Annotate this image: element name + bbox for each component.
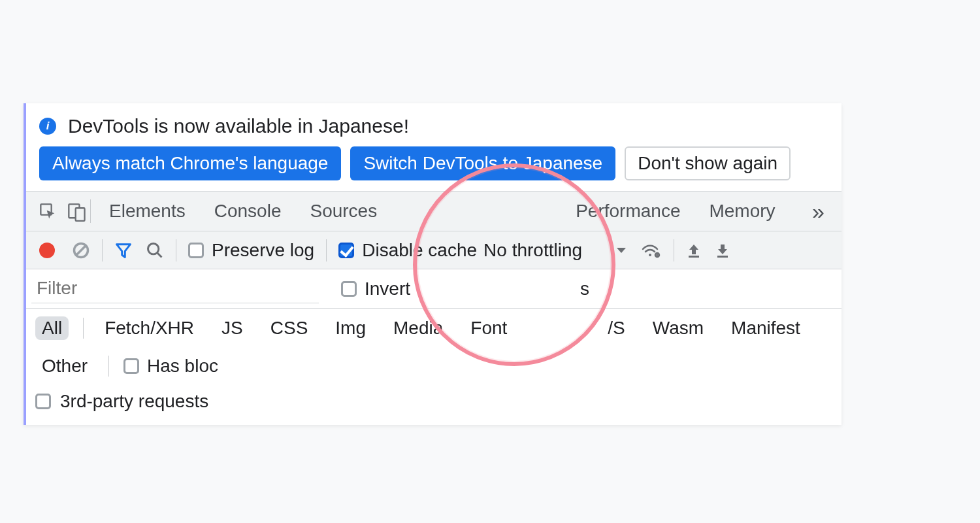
dropdown-caret-icon bbox=[616, 246, 627, 254]
preserve-log-toggle[interactable]: Preserve log bbox=[188, 240, 314, 261]
type-ws-partial[interactable]: /S bbox=[601, 316, 631, 340]
type-js[interactable]: JS bbox=[215, 316, 250, 340]
has-blocked-checkbox[interactable] bbox=[123, 358, 139, 374]
type-manifest[interactable]: Manifest bbox=[725, 316, 807, 340]
svg-point-7 bbox=[649, 254, 651, 256]
tab-memory[interactable]: Memory bbox=[694, 193, 789, 229]
tab-console[interactable]: Console bbox=[200, 193, 296, 229]
type-fetch-xhr[interactable]: Fetch/XHR bbox=[98, 316, 201, 340]
export-har-icon[interactable] bbox=[715, 242, 730, 259]
svg-line-6 bbox=[157, 252, 162, 257]
svg-rect-2 bbox=[76, 208, 85, 221]
separator bbox=[102, 239, 103, 262]
preserve-log-checkbox[interactable] bbox=[188, 243, 204, 258]
search-icon[interactable] bbox=[146, 241, 164, 260]
import-har-icon[interactable] bbox=[686, 242, 702, 259]
type-css[interactable]: CSS bbox=[264, 316, 315, 340]
separator bbox=[176, 239, 176, 262]
third-party-row: 3rd-party requests bbox=[26, 386, 841, 425]
has-blocked-toggle[interactable]: Has bloc bbox=[123, 356, 218, 377]
svg-rect-9 bbox=[689, 256, 699, 258]
disable-cache-label: Disable cache bbox=[362, 240, 477, 261]
device-toggle-icon[interactable] bbox=[68, 202, 84, 220]
throttling-select[interactable]: No throttling bbox=[483, 240, 627, 261]
info-buttons: Always match Chrome's language Switch De… bbox=[26, 146, 841, 191]
match-language-button[interactable]: Always match Chrome's language bbox=[39, 146, 341, 180]
type-img[interactable]: Img bbox=[329, 316, 372, 340]
devtools-window: i DevTools is now available in Japanese!… bbox=[24, 103, 841, 425]
info-icon: i bbox=[39, 118, 56, 135]
hide-data-urls-partial[interactable]: s bbox=[580, 278, 589, 299]
filter-toggle-icon[interactable] bbox=[114, 241, 133, 260]
type-all[interactable]: All bbox=[35, 316, 69, 340]
type-filters: All Fetch/XHR JS CSS Img Media Font /S W… bbox=[26, 309, 841, 386]
tab-bar: Elements Console Sources Performance Mem… bbox=[26, 191, 841, 231]
disable-cache-checkbox[interactable] bbox=[338, 243, 354, 258]
separator bbox=[326, 239, 327, 262]
type-font[interactable]: Font bbox=[464, 316, 514, 340]
tab-elements[interactable]: Elements bbox=[95, 193, 200, 229]
type-other[interactable]: Other bbox=[35, 354, 94, 378]
type-media[interactable]: Media bbox=[387, 316, 449, 340]
has-blocked-label: Has bloc bbox=[147, 356, 218, 377]
tab-sources[interactable]: Sources bbox=[295, 193, 391, 229]
preserve-log-label: Preserve log bbox=[212, 240, 314, 261]
separator bbox=[90, 199, 91, 223]
switch-language-button[interactable]: Switch DevTools to Japanese bbox=[350, 146, 615, 180]
invert-checkbox[interactable] bbox=[341, 281, 357, 297]
dismiss-button[interactable]: Don't show again bbox=[625, 146, 791, 180]
svg-rect-10 bbox=[717, 256, 728, 258]
filter-row: Invert s bbox=[26, 269, 841, 309]
info-message: DevTools is now available in Japanese! bbox=[68, 115, 409, 137]
separator bbox=[108, 356, 109, 377]
network-toolbar: Preserve log Disable cache No throttling bbox=[26, 231, 841, 269]
separator bbox=[674, 239, 674, 262]
throttling-value: No throttling bbox=[483, 240, 582, 261]
network-conditions-icon[interactable] bbox=[641, 241, 662, 260]
invert-toggle[interactable]: Invert bbox=[341, 278, 410, 299]
type-wasm[interactable]: Wasm bbox=[646, 316, 710, 340]
clear-icon[interactable] bbox=[72, 241, 90, 260]
info-bar: i DevTools is now available in Japanese! bbox=[26, 103, 841, 146]
disable-cache-toggle[interactable]: Disable cache bbox=[338, 240, 477, 261]
third-party-checkbox[interactable] bbox=[35, 394, 51, 409]
third-party-label: 3rd-party requests bbox=[60, 391, 208, 412]
separator bbox=[83, 318, 84, 339]
record-button[interactable] bbox=[39, 243, 55, 258]
invert-label: Invert bbox=[365, 278, 410, 299]
svg-line-4 bbox=[76, 246, 86, 255]
tab-performance[interactable]: Performance bbox=[561, 193, 694, 229]
svg-point-5 bbox=[148, 243, 159, 254]
more-tabs-icon[interactable]: » bbox=[808, 199, 828, 224]
filter-input[interactable] bbox=[31, 275, 319, 303]
inspect-element-icon[interactable] bbox=[39, 203, 56, 220]
